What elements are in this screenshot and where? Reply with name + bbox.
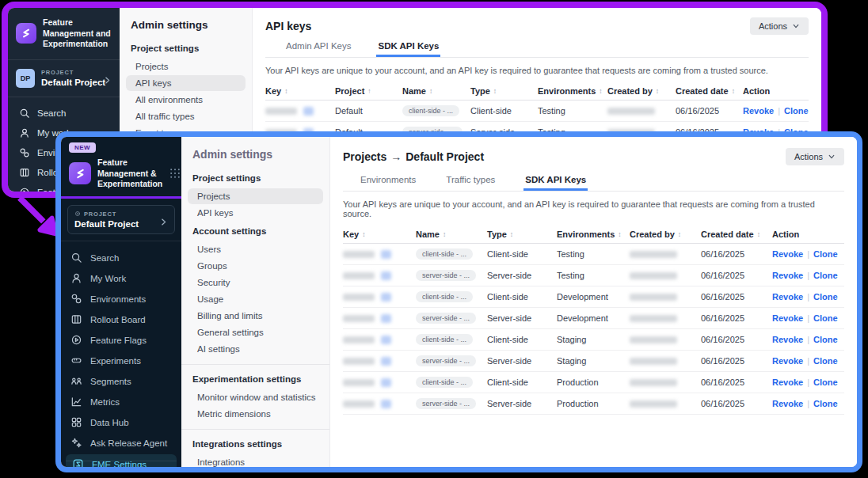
copy-icon[interactable] — [381, 357, 391, 366]
column-header[interactable]: Created by ↕ — [630, 230, 701, 239]
clone-link[interactable]: Clone — [813, 271, 838, 280]
admin-panel-item[interactable]: Usage — [188, 291, 323, 307]
revoke-link[interactable]: Revoke — [772, 249, 803, 259]
copy-icon[interactable] — [381, 378, 391, 387]
actions-button[interactable]: Actions — [786, 148, 844, 165]
metrics-icon — [70, 396, 82, 408]
grid-icon[interactable] — [169, 167, 181, 180]
breadcrumb-parent[interactable]: Projects — [343, 150, 386, 163]
actions-button[interactable]: Actions — [750, 17, 809, 35]
admin-settings-title: Admin settings — [181, 146, 329, 169]
admin-panel-item[interactable]: All traffic types — [126, 108, 246, 124]
revoke-link[interactable]: Revoke — [743, 106, 774, 116]
user-icon — [19, 127, 30, 138]
breadcrumb: Projects→Default Project — [343, 150, 484, 163]
column-header[interactable]: Name ↕ — [416, 230, 487, 239]
column-header[interactable]: Created date ↕ — [701, 230, 772, 239]
admin-panel-item[interactable]: API keys — [188, 205, 323, 221]
project-selector[interactable]: DP PROJECT Default Project — [8, 63, 120, 93]
copy-icon[interactable] — [381, 336, 391, 344]
sidebar-item[interactable]: Metrics — [61, 392, 181, 412]
sidebar-item[interactable]: Environments — [61, 289, 181, 309]
revoke-link[interactable]: Revoke — [772, 399, 803, 408]
copy-icon[interactable] — [381, 271, 391, 280]
revoke-link[interactable]: Revoke — [772, 356, 803, 366]
copy-icon[interactable] — [303, 107, 314, 116]
project-selector[interactable]: PROJECT Default Project — [67, 205, 175, 234]
key-redacted — [343, 272, 375, 279]
tab[interactable]: SDK API Keys — [376, 41, 440, 57]
tab[interactable]: Environments — [359, 175, 417, 191]
sidebar-item[interactable]: Experiments — [61, 351, 181, 371]
type-cell: Server-side — [487, 399, 557, 408]
table-row: server-side - ... Server-side Production… — [343, 393, 844, 415]
clone-link[interactable]: Clone — [813, 356, 838, 366]
clone-link[interactable]: Clone — [784, 106, 809, 116]
clone-link[interactable]: Clone — [813, 249, 838, 259]
table-row: client-side - ... Client-side Developmen… — [343, 286, 844, 308]
environment-cell: Production — [557, 399, 630, 408]
column-header[interactable]: Created by ↕ — [607, 86, 676, 96]
admin-panel-item[interactable]: Users — [188, 241, 323, 257]
admin-panel-item[interactable]: AI settings — [188, 341, 323, 357]
environment-cell: Staging — [557, 356, 630, 366]
column-header[interactable]: Type ↕ — [470, 86, 538, 96]
sidebar-item[interactable]: Data Hub — [61, 412, 181, 433]
target-icon — [74, 211, 81, 217]
copy-icon[interactable] — [381, 250, 391, 259]
clone-link[interactable]: Clone — [813, 335, 838, 344]
sidebar-item[interactable]: Ask Release Agent — [61, 433, 181, 453]
clone-link[interactable]: Clone — [813, 313, 838, 323]
table-row: server-side - ... Server-side Developmen… — [343, 308, 844, 329]
admin-panel-item[interactable]: Groups — [188, 258, 323, 274]
sidebar-item[interactable]: Segments — [61, 371, 181, 392]
sort-icon: ↕ — [757, 230, 760, 238]
revoke-link[interactable]: Revoke — [772, 377, 803, 387]
admin-panel-item[interactable]: Metric dimensions — [188, 406, 323, 422]
sidebar-item[interactable]: Search — [8, 104, 120, 123]
tab[interactable]: Traffic types — [444, 175, 497, 191]
clone-link[interactable]: Clone — [813, 377, 838, 387]
copy-icon[interactable] — [381, 314, 391, 323]
sidebar-item[interactable]: Feature Flags — [61, 330, 181, 351]
column-header[interactable]: Key ↕ — [265, 86, 335, 96]
column-header[interactable]: Action — [743, 86, 809, 96]
admin-panel-item[interactable]: Billing and limits — [188, 308, 323, 324]
sidebar-item[interactable]: My Work — [61, 268, 181, 289]
admin-panel-item[interactable]: Integrations — [188, 454, 323, 467]
new-admin-sections: Project settings Projects API keys Accou… — [181, 169, 329, 467]
admin-panel-item[interactable]: Projects — [188, 188, 323, 204]
column-header[interactable]: Name ↕ — [402, 86, 470, 96]
column-header[interactable]: Type ↕ — [487, 230, 557, 239]
sidebar-item[interactable]: Search — [61, 248, 181, 268]
revoke-link[interactable]: Revoke — [772, 271, 803, 280]
admin-panel-item[interactable]: Security — [188, 275, 323, 290]
tab[interactable]: SDK API Keys — [523, 175, 588, 191]
column-header[interactable]: Environments ↕ — [538, 86, 607, 96]
revoke-link[interactable]: Revoke — [772, 313, 803, 323]
sidebar-item[interactable]: Rollout Board — [61, 309, 181, 330]
column-header[interactable]: Action — [772, 230, 844, 239]
admin-panel-item[interactable]: All environments — [126, 92, 246, 108]
admin-panel-item[interactable]: Monitor window and statistics — [188, 389, 323, 405]
sidebar-item-label: Rollout Board — [90, 315, 146, 324]
clone-link[interactable]: Clone — [813, 399, 838, 408]
environment-cell: Testing — [538, 106, 607, 116]
tab[interactable]: Admin API Keys — [284, 41, 352, 57]
clone-link[interactable]: Clone — [813, 292, 838, 302]
copy-icon[interactable] — [381, 400, 391, 408]
column-header[interactable]: Key ↕ — [343, 230, 416, 239]
revoke-link[interactable]: Revoke — [772, 292, 803, 302]
column-header[interactable]: Created date ↕ — [676, 86, 743, 96]
admin-panel-item[interactable]: API keys — [126, 75, 246, 91]
flag-icon — [19, 187, 30, 192]
sidebar-item-label: Feature Flags — [90, 336, 147, 345]
environment-cell: Development — [557, 313, 630, 323]
admin-panel-item[interactable]: General settings — [188, 324, 323, 340]
revoke-link[interactable]: Revoke — [772, 335, 803, 344]
column-header[interactable]: Project ↑ — [335, 86, 402, 96]
copy-icon[interactable] — [381, 293, 391, 302]
column-header[interactable]: Environments ↕ — [557, 230, 630, 239]
admin-panel-item[interactable]: Projects — [126, 59, 246, 74]
table-row: server-side - ... Server-side Testing 06… — [343, 265, 844, 286]
